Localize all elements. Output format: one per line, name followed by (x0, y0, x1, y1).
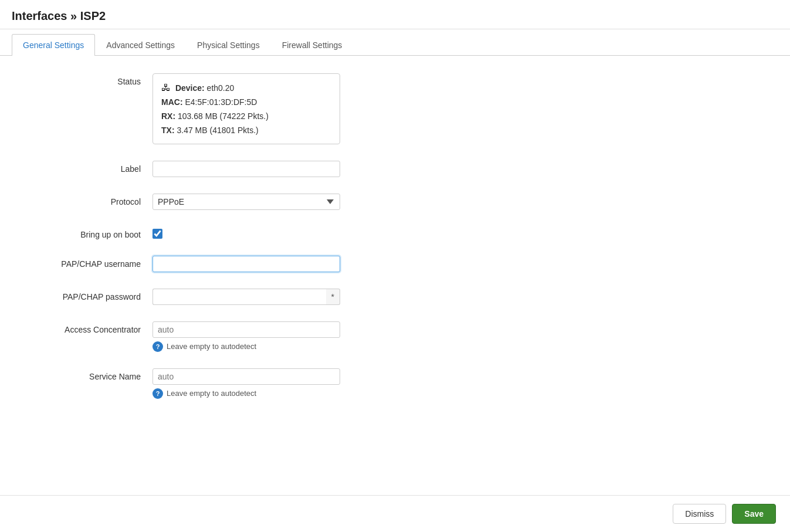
access-concentrator-control: ? Leave empty to autodetect (152, 321, 340, 352)
label-field-label: Label (23, 161, 152, 174)
access-concentrator-hint-text: Leave empty to autodetect (167, 342, 256, 351)
access-concentrator-label: Access Concentrator (23, 321, 152, 334)
service-name-row: Service Name ? Leave empty to autodetect (23, 368, 767, 399)
pap-username-row: PAP/CHAP username (23, 256, 767, 272)
access-concentrator-input[interactable] (152, 321, 340, 338)
device-icon: 🖧 (161, 80, 171, 96)
mac-field-label: MAC: (161, 97, 183, 107)
tabs-bar: General Settings Advanced Settings Physi… (0, 34, 790, 56)
pap-password-label: PAP/CHAP password (23, 289, 152, 301)
pap-password-control: * (152, 289, 340, 305)
status-box: 🖧 Device: eth0.20 MAC: E4:5F:01:3D:DF:5D… (152, 73, 340, 144)
password-wrapper: * (152, 289, 340, 305)
service-name-input[interactable] (152, 368, 340, 385)
page-title: Interfaces » ISP2 (12, 9, 106, 22)
tab-firewall[interactable]: Firewall Settings (271, 34, 354, 56)
pap-username-input[interactable] (152, 256, 340, 272)
bring-up-row: Bring up on boot (23, 226, 767, 239)
access-concentrator-row: Access Concentrator ? Leave empty to aut… (23, 321, 767, 352)
page-header: Interfaces » ISP2 (0, 0, 790, 29)
protocol-select[interactable]: PPPoE DHCP Static None (152, 194, 340, 210)
tab-advanced[interactable]: Advanced Settings (95, 34, 186, 56)
tab-general[interactable]: General Settings (12, 34, 95, 56)
service-hint-icon: ? (152, 388, 163, 399)
status-device-line: 🖧 Device: eth0.20 (161, 80, 331, 96)
form-content: Status 🖧 Device: eth0.20 MAC: E4:5F:01:3… (0, 56, 790, 433)
status-tx-line: TX: 3.47 MB (41801 Pkts.) (161, 124, 331, 138)
device-field-value: eth0.20 (207, 83, 235, 93)
status-mac-line: MAC: E4:5F:01:3D:DF:5D (161, 96, 331, 110)
pap-username-label: PAP/CHAP username (23, 256, 152, 269)
mac-field-value: E4:5F:01:3D:DF:5D (185, 97, 257, 107)
protocol-control: PPPoE DHCP Static None (152, 194, 340, 210)
access-concentrator-hint: ? Leave empty to autodetect (152, 341, 340, 352)
tx-field-value: 3.47 MB (41801 Pkts.) (177, 126, 258, 135)
bring-up-control (152, 226, 340, 239)
tx-field-label: TX: (161, 126, 175, 135)
label-field-control (152, 161, 340, 177)
label-input[interactable] (152, 161, 340, 177)
status-label: Status (23, 73, 152, 86)
bring-up-checkbox[interactable] (152, 229, 162, 239)
tab-physical[interactable]: Physical Settings (186, 34, 271, 56)
label-row: Label (23, 161, 767, 177)
service-name-control: ? Leave empty to autodetect (152, 368, 340, 399)
service-name-hint-text: Leave empty to autodetect (167, 389, 256, 398)
protocol-label: Protocol (23, 194, 152, 206)
status-rx-line: RX: 103.68 MB (74222 Pkts.) (161, 110, 331, 124)
service-name-hint: ? Leave empty to autodetect (152, 388, 340, 399)
device-field-label: Device: (175, 83, 205, 93)
pap-password-row: PAP/CHAP password * (23, 289, 767, 305)
pap-password-input[interactable] (152, 289, 326, 305)
pap-username-control (152, 256, 340, 272)
rx-field-label: RX: (161, 111, 175, 121)
password-toggle-button[interactable]: * (326, 289, 340, 305)
service-name-label: Service Name (23, 368, 152, 381)
bring-up-label: Bring up on boot (23, 226, 152, 239)
protocol-row: Protocol PPPoE DHCP Static None (23, 194, 767, 210)
status-row: Status 🖧 Device: eth0.20 MAC: E4:5F:01:3… (23, 73, 767, 144)
hint-icon: ? (152, 341, 163, 352)
rx-field-value: 103.68 MB (74222 Pkts.) (178, 111, 269, 121)
